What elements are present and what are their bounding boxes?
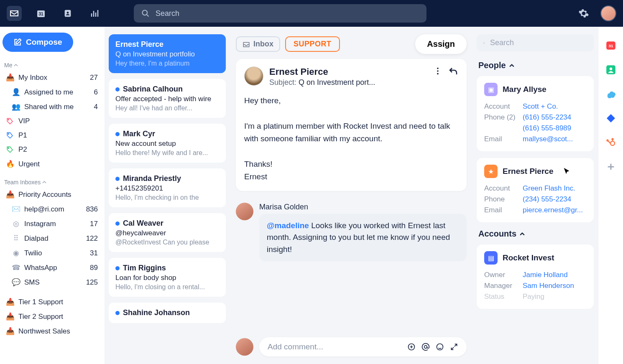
sidebar-tag-p1[interactable]: P1 <box>3 128 100 143</box>
more-icon[interactable] <box>433 66 442 76</box>
person-card[interactable]: ▣Mary Allyse AccountScott + Co. Phone (2… <box>477 76 594 151</box>
top-search-box[interactable] <box>134 4 426 23</box>
tag-icon <box>5 146 15 153</box>
sidebar-item-shared[interactable]: 👥Shared with me4 <box>3 99 100 114</box>
svg-point-8 <box>437 68 439 69</box>
sidebar-item-whatsapp[interactable]: ☎WhatsApp89 <box>3 260 100 275</box>
sidebar-item-twilio[interactable]: ◉Twilio31 <box>3 246 100 260</box>
unread-dot-icon <box>115 87 120 92</box>
conversation-card[interactable]: Shahine Johanson <box>109 303 226 323</box>
contacts-app-icon[interactable] <box>605 64 617 76</box>
chevron-up-icon <box>42 180 46 184</box>
account-field: ManagerSam Henderson <box>484 280 586 291</box>
sidebar-item-dialpad[interactable]: ⠿Dialpad122 <box>3 231 100 246</box>
sidebar-item-tier2[interactable]: 📥Tier 2 Support <box>3 309 100 324</box>
sidebar-section-team[interactable]: Team Inboxes <box>3 176 100 187</box>
at-icon[interactable] <box>421 343 430 351</box>
conv-name: Cal Weaver <box>115 219 219 228</box>
sidebar-section-me[interactable]: Me <box>3 59 100 70</box>
people-section-head[interactable]: People <box>478 61 592 70</box>
inbox-tray-icon: 📥 <box>5 327 15 336</box>
plus-circle-icon[interactable] <box>407 343 416 351</box>
sidebar-item-nw[interactable]: 📥Northwest Sales <box>3 324 100 339</box>
calendar-icon[interactable]: 31 <box>33 6 49 21</box>
sidebar-tag-vip[interactable]: VIP <box>3 114 100 128</box>
sidebar-item-tier1[interactable]: 📥Tier 1 Support <box>3 295 100 309</box>
conversation-card[interactable]: Miranda Priestly +14152359201 Hello, I'm… <box>109 168 226 207</box>
gear-icon[interactable] <box>576 6 591 21</box>
svg-point-10 <box>437 73 439 75</box>
unread-dot-icon <box>115 311 120 315</box>
sidebar-item-instagram[interactable]: ◎Instagram17 <box>3 216 100 231</box>
sidebar: Compose Me 📥My Inbox27 👤Assigned to me6 … <box>0 27 105 364</box>
inbox-tray-icon <box>243 41 250 48</box>
svg-point-18 <box>609 68 612 71</box>
contacts-icon[interactable] <box>60 6 75 21</box>
top-search-input[interactable] <box>156 9 419 18</box>
compose-button[interactable]: Compose <box>3 33 73 52</box>
expand-icon[interactable] <box>450 343 458 351</box>
jira-icon[interactable] <box>605 112 617 125</box>
emoji-icon[interactable] <box>436 343 444 351</box>
sidebar-item-my-inbox[interactable]: 📥My Inbox27 <box>3 70 100 85</box>
right-search-input[interactable] <box>490 38 587 47</box>
mention[interactable]: @madeline <box>267 221 309 230</box>
person-field: Phone (2)(616) 555-2234 <box>484 112 586 123</box>
unread-dot-icon <box>115 221 120 226</box>
comment-input-row: Add comment... <box>236 325 467 356</box>
svg-text:31: 31 <box>38 12 43 16</box>
instagram-icon: ◎ <box>11 219 21 228</box>
reply-icon[interactable] <box>448 66 458 76</box>
inbox-tray-icon: 📥 <box>5 298 15 306</box>
conv-preview: Hello, I'm checking in on the <box>115 194 219 201</box>
sidebar-tag-p2[interactable]: P2 <box>3 143 100 157</box>
svg-point-20 <box>607 140 608 141</box>
sidebar-item-priority[interactable]: 📥Priority Accounts <box>3 187 100 202</box>
analytics-icon[interactable] <box>87 6 102 21</box>
top-search <box>134 4 426 23</box>
avatar[interactable] <box>600 5 616 21</box>
calendar-app-icon[interactable]: 31 <box>605 39 617 52</box>
conv-preview: @RocketInvest Can you please <box>115 239 219 246</box>
thread-toolbar: Inbox SUPPORT Assign <box>236 34 467 54</box>
sidebar-item-assigned[interactable]: 👤Assigned to me6 <box>3 85 100 99</box>
right-search[interactable] <box>477 34 594 51</box>
inbox-badge[interactable]: Inbox <box>236 36 280 52</box>
salesforce-icon[interactable] <box>605 88 617 100</box>
thread-pane: Inbox SUPPORT Assign Ernest Pierce Subje… <box>230 27 472 364</box>
person-card[interactable]: ★Ernest Pierce AccountGreen Flash Inc. P… <box>477 158 594 222</box>
inbox-icon[interactable] <box>7 6 22 21</box>
person-name: Mary Allyse <box>503 85 546 94</box>
whatsapp-icon: ☎ <box>11 263 21 272</box>
comment-bubble: @madeline Looks like you worked with Ern… <box>259 214 467 262</box>
twilio-icon: ◉ <box>11 249 21 257</box>
sidebar-item-help[interactable]: ✉️help@ri.com836 <box>3 202 100 216</box>
comment-input[interactable]: Add comment... <box>259 337 467 356</box>
sidebar-item-sms[interactable]: 💬SMS125 <box>3 275 100 290</box>
account-card[interactable]: ▤Rocket Invest OwnerJamie Holland Manage… <box>477 244 594 309</box>
accounts-section-head[interactable]: Accounts <box>478 229 592 239</box>
support-badge[interactable]: SUPPORT <box>285 36 340 52</box>
commenter-avatar <box>236 203 253 220</box>
conversation-card[interactable]: Ernest Pierce Q on Investment portfolio … <box>109 34 226 73</box>
unread-dot-icon <box>115 132 120 136</box>
fire-icon: 🔥 <box>5 160 15 168</box>
assign-button[interactable]: Assign <box>415 34 467 54</box>
hubspot-icon[interactable] <box>605 136 617 149</box>
top-nav-right <box>576 5 616 21</box>
conversation-list: Ernest Pierce Q on Investment portfolio … <box>105 27 230 364</box>
add-integration-icon[interactable] <box>605 160 617 173</box>
inbox-tray-icon: 📥 <box>5 73 15 82</box>
sidebar-tag-urgent[interactable]: 🔥Urgent <box>3 157 100 171</box>
sms-icon: 💬 <box>11 278 21 287</box>
conversation-card[interactable]: Sabrina Calhoun Offer accepted - help wi… <box>109 79 226 118</box>
conversation-card[interactable]: Tim Riggins Loan for body shop Hello, I'… <box>109 258 226 297</box>
search-icon <box>483 39 485 47</box>
conversation-card[interactable]: Cal Weaver @heycalweaver @RocketInvest C… <box>109 213 226 252</box>
svg-point-3 <box>67 12 69 14</box>
comment-placeholder: Add comment... <box>268 342 323 351</box>
conversation-card[interactable]: Mark Cyr New account setup Hello there! … <box>109 124 226 163</box>
message-header: Ernest Pierce Subject: Q on Investment p… <box>244 66 458 87</box>
main-layout: Compose Me 📥My Inbox27 👤Assigned to me6 … <box>0 27 623 364</box>
svg-point-19 <box>610 141 615 145</box>
